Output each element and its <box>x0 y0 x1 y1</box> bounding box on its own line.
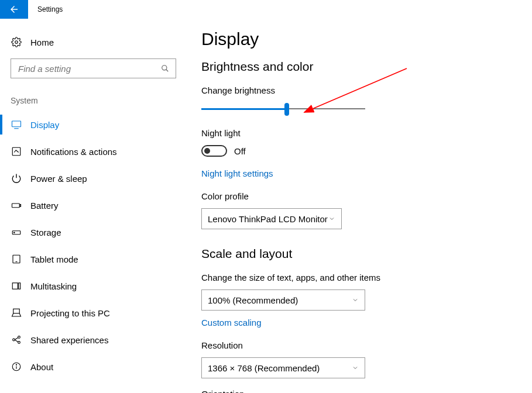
sidebar-item-label: Display <box>30 120 59 130</box>
info-icon <box>11 361 22 373</box>
window-title: Settings <box>28 5 63 13</box>
sidebar-item-label: Battery <box>30 201 59 211</box>
storage-icon <box>11 226 22 238</box>
svg-rect-3 <box>12 121 21 127</box>
sidebar-item-tablet-mode[interactable]: Tablet mode <box>0 246 187 273</box>
chevron-down-icon <box>352 364 359 371</box>
resolution-label: Resolution <box>201 340 532 350</box>
svg-point-10 <box>14 232 15 233</box>
section-header-system: System <box>0 90 187 111</box>
sidebar-item-label: Projecting to this PC <box>30 308 110 318</box>
power-icon <box>11 173 22 184</box>
sidebar-item-about[interactable]: About <box>0 353 187 380</box>
svg-rect-15 <box>13 309 20 313</box>
sidebar-item-label: Tablet mode <box>30 254 78 264</box>
sidebar: Home System Display Notifications & acti… <box>0 19 187 393</box>
svg-point-0 <box>15 41 18 44</box>
svg-point-16 <box>13 339 15 341</box>
group-scale-layout: Scale and layout <box>201 247 532 261</box>
sidebar-item-shared-experiences[interactable]: Shared experiences <box>0 326 187 353</box>
night-light-settings-link[interactable]: Night light settings <box>201 168 532 178</box>
orientation-label: Orientation <box>201 389 532 393</box>
sidebar-item-storage[interactable]: Storage <box>0 219 187 246</box>
text-size-label: Change the size of text, apps, and other… <box>201 273 532 282</box>
sidebar-item-label: Multitasking <box>30 281 77 291</box>
svg-line-2 <box>166 70 169 72</box>
settings-gear-icon <box>11 36 22 48</box>
back-button[interactable] <box>0 0 28 19</box>
brightness-slider[interactable] <box>201 102 365 116</box>
svg-rect-8 <box>20 205 21 207</box>
sidebar-item-label: Storage <box>30 227 61 237</box>
shared-icon <box>11 334 22 346</box>
slider-thumb[interactable] <box>284 103 289 116</box>
projecting-icon <box>11 307 22 319</box>
sidebar-item-multitasking[interactable]: Multitasking <box>0 273 187 299</box>
sidebar-item-label: About <box>30 362 53 372</box>
sidebar-item-notifications[interactable]: Notifications & actions <box>0 138 187 165</box>
svg-rect-13 <box>12 283 18 289</box>
text-size-value: 100% (Recommended) <box>208 295 298 305</box>
brightness-label: Change brightness <box>201 85 532 95</box>
svg-rect-14 <box>19 283 20 289</box>
color-profile-value: Lenovo ThinkPad LCD Monitor <box>208 214 328 224</box>
color-profile-label: Color profile <box>201 191 532 201</box>
chevron-down-icon <box>352 297 359 304</box>
sidebar-item-projecting[interactable]: Projecting to this PC <box>0 299 187 326</box>
page-title: Display <box>201 29 532 49</box>
display-icon <box>11 119 22 130</box>
group-brightness-color: Brightness and color <box>201 60 532 74</box>
night-light-toggle[interactable] <box>201 145 227 157</box>
home-nav[interactable]: Home <box>0 30 187 54</box>
sidebar-item-power-sleep[interactable]: Power & sleep <box>0 165 187 192</box>
notifications-icon <box>11 146 22 157</box>
sidebar-item-label: Power & sleep <box>30 174 87 184</box>
chevron-down-icon <box>328 215 335 222</box>
svg-point-17 <box>18 336 20 339</box>
svg-point-18 <box>18 342 20 344</box>
content-pane: Display Brightness and color Change brig… <box>187 19 532 393</box>
color-profile-select[interactable]: Lenovo ThinkPad LCD Monitor <box>201 208 342 229</box>
svg-point-1 <box>162 66 167 70</box>
resolution-value: 1366 × 768 (Recommended) <box>208 363 320 373</box>
sidebar-item-label: Shared experiences <box>30 335 108 345</box>
night-light-label: Night light <box>201 128 532 138</box>
battery-icon <box>11 199 22 211</box>
resolution-select[interactable]: 1366 × 768 (Recommended) <box>201 357 365 378</box>
sidebar-item-label: Notifications & actions <box>30 147 117 157</box>
svg-rect-5 <box>12 147 20 156</box>
search-icon <box>160 64 170 73</box>
tablet-mode-icon <box>11 253 22 265</box>
home-label: Home <box>30 37 54 47</box>
sidebar-item-battery[interactable]: Battery <box>0 192 187 219</box>
night-light-state: Off <box>234 146 246 156</box>
svg-point-21 <box>16 364 16 365</box>
arrow-left-icon <box>9 4 19 15</box>
search-settings-input[interactable] <box>11 58 176 78</box>
multitasking-icon <box>11 280 22 292</box>
search-input-field[interactable] <box>17 63 160 74</box>
svg-rect-7 <box>12 204 20 208</box>
custom-scaling-link[interactable]: Custom scaling <box>201 318 532 328</box>
text-size-select[interactable]: 100% (Recommended) <box>201 289 365 311</box>
sidebar-item-display[interactable]: Display <box>0 111 187 138</box>
